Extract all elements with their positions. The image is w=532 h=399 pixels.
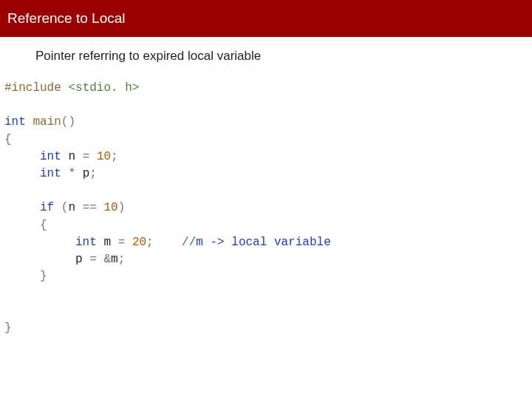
code-token: int xyxy=(40,150,61,163)
code-token: } xyxy=(40,270,47,283)
code-token: { xyxy=(4,133,12,146)
code-token: int xyxy=(40,167,61,180)
code-token: main xyxy=(33,115,61,129)
code-token: int xyxy=(75,236,97,249)
code-token: if xyxy=(40,201,54,214)
code-block: #include <stdio. h> int main() { int n =… xyxy=(4,80,532,337)
header-bar: Reference to Local xyxy=(0,0,532,37)
code-token: n xyxy=(68,150,75,163)
code-token: ( xyxy=(61,115,69,129)
code-token: #include xyxy=(4,81,61,95)
page-title: Reference to Local xyxy=(7,10,126,27)
code-token: ) xyxy=(68,115,75,129)
code-token: int xyxy=(4,115,26,129)
code-comment: m -> local variable xyxy=(196,236,330,249)
code-token: } xyxy=(4,321,12,335)
code-token: p xyxy=(75,253,83,266)
subtitle-text: Pointer referring to expired local varia… xyxy=(0,37,532,64)
code-token: ( xyxy=(61,201,69,214)
code-token: ; xyxy=(111,150,118,163)
code-token: * xyxy=(68,167,75,180)
code-token: m xyxy=(111,253,118,266)
code-token: 10 xyxy=(103,201,117,214)
code-token: 10 xyxy=(97,150,111,163)
code-token: & xyxy=(103,253,111,266)
code-token: = xyxy=(89,253,97,266)
code-token: { xyxy=(40,219,47,232)
code-token: ; xyxy=(118,253,126,266)
code-token: <stdio. h> xyxy=(68,81,139,95)
code-token: ; xyxy=(146,236,154,249)
code-comment: // xyxy=(182,236,196,249)
code-token: m xyxy=(103,236,111,249)
code-token: p xyxy=(83,167,90,180)
code-token: 20 xyxy=(132,236,146,249)
code-token: = xyxy=(83,150,90,163)
code-token: = xyxy=(118,236,126,249)
code-token: == xyxy=(83,201,97,214)
code-token: ) xyxy=(118,201,126,214)
code-token: n xyxy=(68,201,75,214)
code-token: ; xyxy=(89,167,97,180)
